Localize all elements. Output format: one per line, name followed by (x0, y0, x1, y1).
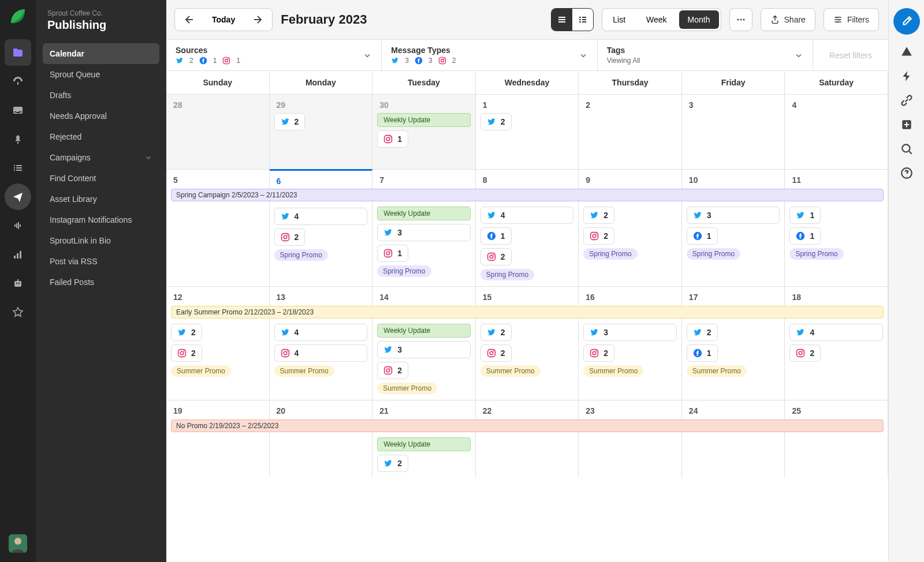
calendar-day[interactable]: 19 (166, 400, 270, 478)
calendar-day[interactable]: 922Spring Promo (579, 169, 682, 286)
calendar-day[interactable]: 642Spring Promo (270, 169, 373, 286)
campaign-span[interactable]: No Promo 2/19/2023 – 2/25/2023 (171, 419, 884, 432)
sidebar-item-drafts[interactable]: Drafts (43, 85, 159, 106)
calendar-day[interactable]: 23 (579, 400, 682, 478)
rail-pin-icon[interactable] (5, 126, 31, 152)
sidebar-item-needs-approval[interactable]: Needs Approval (43, 106, 159, 126)
promo-tag[interactable]: Summer Promo (377, 383, 437, 394)
promo-tag[interactable]: Summer Promo (583, 365, 643, 377)
ig-count-pill[interactable]: 2 (480, 248, 512, 265)
tw-count-pill[interactable]: 2 (274, 113, 305, 130)
sidebar-item-instagram-notifications[interactable]: Instagram Notifications (43, 209, 159, 230)
user-avatar[interactable] (9, 534, 27, 553)
prev-button[interactable] (175, 9, 202, 31)
calendar-day[interactable]: 292 (270, 94, 373, 169)
view-list[interactable]: List (602, 9, 636, 31)
promo-tag[interactable]: Spring Promo (480, 269, 534, 280)
rail-sound-icon[interactable] (5, 212, 31, 239)
rail-inbox-icon[interactable] (5, 97, 31, 123)
filter-types[interactable]: Message Types 3 3 2 (382, 40, 597, 70)
promo-tag[interactable]: Summer Promo (687, 365, 747, 377)
calendar-day[interactable]: 20 (270, 400, 373, 478)
next-button[interactable] (245, 9, 272, 31)
calendar-day[interactable]: 1632Summer Promo (579, 286, 682, 400)
weekly-update-tag[interactable]: Weekly Update (377, 113, 471, 127)
weekly-update-tag[interactable]: Weekly Update (377, 207, 471, 220)
tw-count-pill[interactable]: 2 (583, 207, 614, 224)
link-icon[interactable] (900, 93, 914, 107)
ig-count-pill[interactable]: 4 (274, 344, 368, 362)
calendar-day[interactable]: 1031Spring Promo (682, 169, 785, 286)
calendar-day[interactable]: 21Weekly Update2 (372, 400, 476, 478)
reset-filters-button[interactable]: Reset filters (813, 40, 888, 70)
sidebar-item-asset-library[interactable]: Asset Library (43, 189, 159, 209)
calendar-day[interactable]: 1522Summer Promo (476, 286, 579, 400)
calendar-day[interactable]: 1721Summer Promo (682, 286, 785, 400)
fb-count-pill[interactable]: 1 (789, 227, 821, 245)
sidebar-item-failed-posts[interactable]: Failed Posts (43, 272, 159, 293)
rail-list-icon[interactable] (5, 155, 31, 181)
today-button[interactable]: Today (202, 9, 245, 31)
rail-folder-icon[interactable] (5, 39, 31, 66)
calendar-day[interactable]: 25 (785, 400, 888, 478)
tw-count-pill[interactable]: 4 (274, 208, 368, 225)
calendar-day[interactable]: 24 (682, 400, 785, 478)
share-button[interactable]: Share (761, 8, 815, 31)
promo-tag[interactable]: Spring Promo (377, 265, 431, 277)
tw-count-pill[interactable]: 2 (377, 455, 408, 472)
campaign-span[interactable]: Early Summer Promo 2/12/2023 – 2/18/2023 (171, 306, 884, 319)
alert-icon[interactable] (900, 45, 914, 59)
promo-tag[interactable]: Spring Promo (789, 248, 843, 260)
tw-count-pill[interactable]: 4 (274, 324, 368, 341)
promo-tag[interactable]: Summer Promo (171, 365, 231, 377)
tw-count-pill[interactable]: 1 (789, 207, 821, 224)
tw-count-pill[interactable]: 3 (377, 341, 471, 358)
view-month[interactable]: Month (679, 10, 719, 29)
fb-count-pill[interactable]: 1 (687, 344, 718, 362)
tw-count-pill[interactable]: 3 (583, 324, 677, 341)
sidebar-item-sproutlink-in-bio[interactable]: SproutLink in Bio (43, 230, 159, 251)
density-compact[interactable] (552, 9, 572, 31)
fb-count-pill[interactable]: 1 (480, 227, 512, 245)
tw-count-pill[interactable]: 2 (687, 324, 718, 341)
more-button[interactable] (729, 8, 752, 31)
sidebar-item-calendar[interactable]: Calendar (43, 43, 159, 64)
tw-count-pill[interactable]: 4 (480, 207, 574, 224)
ig-count-pill[interactable]: 1 (377, 245, 408, 262)
filters-button[interactable]: Filters (824, 8, 879, 31)
tw-count-pill[interactable]: 4 (789, 324, 883, 341)
promo-tag[interactable]: Spring Promo (583, 248, 637, 260)
sprout-logo-icon[interactable] (9, 7, 27, 25)
calendar-day[interactable]: 1842 (785, 286, 888, 400)
tw-count-pill[interactable]: 2 (171, 324, 202, 341)
promo-tag[interactable]: Summer Promo (480, 365, 541, 377)
ig-count-pill[interactable]: 2 (583, 227, 614, 245)
calendar-day[interactable]: 30Weekly Update1 (372, 94, 476, 169)
view-week[interactable]: Week (636, 9, 677, 31)
density-list[interactable] (572, 9, 593, 31)
campaign-span[interactable]: Spring Campaign 2/5/2023 – 2/11/2023 (171, 189, 884, 201)
fb-count-pill[interactable]: 1 (687, 227, 718, 245)
compose-button[interactable] (893, 8, 920, 35)
search-icon[interactable] (900, 142, 914, 156)
calendar-day[interactable]: 22 (476, 400, 579, 478)
bolt-icon[interactable] (900, 69, 914, 83)
ig-count-pill[interactable]: 2 (171, 344, 202, 362)
promo-tag[interactable]: Spring Promo (274, 249, 328, 261)
sidebar-item-find-content[interactable]: Find Content (43, 168, 159, 189)
calendar-day[interactable]: 12 (476, 94, 579, 169)
tw-count-pill[interactable]: 2 (480, 113, 512, 130)
ig-count-pill[interactable]: 2 (789, 344, 821, 362)
calendar-day[interactable]: 8412Spring Promo (476, 169, 579, 286)
filter-tags[interactable]: Tags Viewing All (598, 40, 813, 70)
calendar-day[interactable]: 7Weekly Update31Spring Promo (372, 169, 476, 286)
ig-count-pill[interactable]: 2 (377, 362, 408, 379)
tw-count-pill[interactable]: 3 (687, 207, 780, 224)
calendar-day[interactable]: 5 (166, 169, 270, 286)
ig-count-pill[interactable]: 1 (377, 130, 408, 148)
plus-icon[interactable] (900, 118, 914, 132)
calendar-day[interactable]: 28 (166, 94, 270, 169)
help-icon[interactable] (900, 166, 914, 180)
rail-send-icon[interactable] (5, 183, 31, 210)
filter-sources[interactable]: Sources 2 1 1 (166, 40, 382, 70)
